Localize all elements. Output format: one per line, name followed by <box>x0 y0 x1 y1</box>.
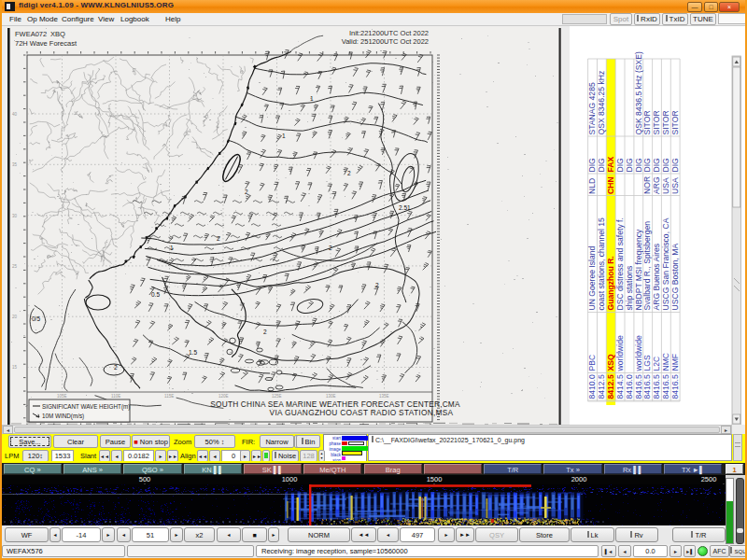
svg-text:DIG: DIG <box>670 158 680 173</box>
svg-text:SOUTH CHINA SEA MARINE WEATHER: SOUTH CHINA SEA MARINE WEATHER FORECAST … <box>210 399 460 409</box>
svg-text:72H Wave Forecast: 72H Wave Forecast <box>15 39 78 48</box>
svg-text:DIG: DIG <box>597 158 606 173</box>
svg-text:25: 25 <box>12 264 18 269</box>
svg-text:8410.0: 8410.0 <box>587 374 597 399</box>
svg-text:NBDPT MSI frequency: NBDPT MSI frequency <box>634 229 643 310</box>
svg-text:2: 2 <box>329 245 332 251</box>
svg-text:0.5: 0.5 <box>151 291 160 298</box>
svg-text:STANAG 4285: STANAG 4285 <box>587 82 597 134</box>
svg-text:1.5: 1.5 <box>189 349 197 356</box>
svg-text:2: 2 <box>114 364 118 371</box>
svg-text:USA: USA <box>661 177 670 194</box>
svg-text:NLD: NLD <box>587 178 597 194</box>
svg-text:DIG: DIG <box>625 158 634 173</box>
svg-text:2: 2 <box>245 189 248 195</box>
svg-text:SITOR: SITOR <box>670 110 680 134</box>
svg-text:DSC distress and safety f.: DSC distress and safety f. <box>615 217 625 310</box>
svg-text:105E: 105E <box>57 394 67 399</box>
svg-text:NMC: NMC <box>661 353 670 371</box>
svg-text:8416.5: 8416.5 <box>642 374 652 399</box>
svg-text:8416.5: 8416.5 <box>661 374 670 399</box>
svg-text:Guangzhou R.: Guangzhou R. <box>606 256 615 310</box>
svg-text:XSQ: XSQ <box>606 354 615 371</box>
svg-text:coast stations, channel 15: coast stations, channel 15 <box>597 217 606 311</box>
svg-text:125E: 125E <box>272 394 282 399</box>
svg-text:8416.5: 8416.5 <box>670 374 680 399</box>
svg-text:120E: 120E <box>218 394 229 399</box>
svg-text:DIG: DIG <box>615 158 625 173</box>
svg-text:0/5: 0/5 <box>32 315 40 322</box>
svg-text:USA: USA <box>670 177 680 194</box>
svg-text:1: 1 <box>282 133 286 139</box>
svg-text:SITOR: SITOR <box>661 110 670 134</box>
svg-text:ARG Buenos Aires: ARG Buenos Aires <box>652 244 661 311</box>
svg-text:2.51: 2.51 <box>399 204 411 211</box>
svg-text:2: 2 <box>217 235 220 242</box>
svg-text:Init:221200UTC Oct 2022: Init:221200UTC Oct 2022 <box>349 29 429 37</box>
svg-text:LGS: LGS <box>642 355 652 371</box>
svg-text:135E: 135E <box>379 394 389 399</box>
svg-text:UN Goeree Island: UN Goeree Island <box>587 245 597 310</box>
svg-text:NOR: NOR <box>642 176 652 194</box>
svg-text:30: 30 <box>12 214 18 218</box>
svg-text:SIGNIFICANT WAVE HEIGHT(m): SIGNIFICANT WAVE HEIGHT(m) <box>42 403 130 411</box>
svg-text:1: 1 <box>310 95 314 102</box>
svg-text:115E: 115E <box>164 394 174 399</box>
svg-text:USCG Boston, MA: USCG Boston, MA <box>670 244 680 311</box>
svg-text:DIG: DIG <box>642 158 652 173</box>
svg-text:SITOR: SITOR <box>652 110 661 134</box>
svg-text:DIG: DIG <box>587 158 597 173</box>
svg-text:L2C: L2C <box>652 357 661 371</box>
svg-text:QSK 8436.5 kHz (SXE): QSK 8436.5 kHz (SXE) <box>634 51 643 134</box>
svg-text:2: 2 <box>347 170 351 176</box>
svg-text:8412.5: 8412.5 <box>606 374 615 399</box>
svg-text:QSX 8346.25 kHz: QSX 8346.25 kHz <box>597 71 606 135</box>
svg-text:PBC: PBC <box>587 355 597 371</box>
svg-text:DIG: DIG <box>652 158 661 173</box>
svg-text:SITOR: SITOR <box>642 110 652 134</box>
svg-text:8416.5: 8416.5 <box>634 374 643 399</box>
svg-text:worldwide: worldwide <box>615 335 625 371</box>
svg-text:15: 15 <box>12 365 18 370</box>
svg-text:8416.5: 8416.5 <box>652 374 661 399</box>
svg-text:40: 40 <box>12 112 18 117</box>
svg-text:Svalbard R., Spitsbergen: Svalbard R., Spitsbergen <box>642 221 652 311</box>
svg-text:USCG San Francisco, CA: USCG San Francisco, CA <box>661 217 670 310</box>
svg-text:worldwide: worldwide <box>634 335 643 371</box>
svg-text:DIG: DIG <box>661 158 670 173</box>
svg-text:2: 2 <box>263 329 267 335</box>
svg-text:FWEA072: FWEA072 <box>15 30 47 38</box>
svg-text:ship stations: ship stations <box>625 266 634 311</box>
svg-text:8416.0: 8416.0 <box>625 374 634 399</box>
svg-text:10M WIND(m/s): 10M WIND(m/s) <box>42 413 84 420</box>
svg-text:ARG: ARG <box>652 176 661 194</box>
svg-text:XBQ: XBQ <box>50 30 65 38</box>
svg-text:1: 1 <box>170 245 174 251</box>
svg-text:DIG: DIG <box>634 158 643 173</box>
svg-text:CHN: CHN <box>606 176 615 194</box>
svg-text:8414.5: 8414.5 <box>615 374 625 399</box>
svg-text:20: 20 <box>12 315 18 319</box>
svg-text:Valid: 251200UTC Oct 2022: Valid: 251200UTC Oct 2022 <box>342 37 429 46</box>
svg-text:130E: 130E <box>326 394 336 399</box>
svg-text:2: 2 <box>375 282 379 288</box>
svg-text:FAX: FAX <box>606 157 615 173</box>
svg-text:35: 35 <box>12 162 18 167</box>
svg-text:NMF: NMF <box>670 354 680 371</box>
svg-text:8412.5: 8412.5 <box>597 374 606 399</box>
svg-text:VIA GUANGZHOU COAST RADIO STAT: VIA GUANGZHOU COAST RADIO STATION,MSA <box>270 408 454 417</box>
svg-text:110E: 110E <box>111 394 120 399</box>
